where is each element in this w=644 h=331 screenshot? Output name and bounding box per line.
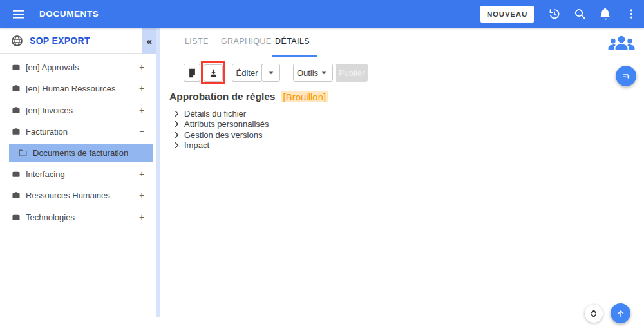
bell-icon [599, 7, 612, 21]
workspace-title[interactable]: SOP EXPORT [30, 35, 90, 46]
publish-button[interactable]: Publier [336, 64, 368, 82]
expand-toggle[interactable]: + [134, 105, 149, 115]
sidebar-item-technologies[interactable]: Technologies + [0, 209, 156, 225]
chevron-right-icon [173, 141, 181, 149]
document-header: Approbation de règles [Brouillon] [169, 91, 328, 102]
sidebar-item-label: Interfacing [26, 169, 134, 179]
caret-down-icon [319, 68, 329, 78]
expand-toggle[interactable]: + [134, 83, 149, 93]
new-document-button[interactable] [184, 64, 200, 82]
more-options-button[interactable] [618, 1, 644, 27]
sidebar: SOP EXPORT « [en] Approvals + [en] Human… [0, 28, 156, 331]
file-icon [187, 68, 198, 79]
sidebar-item-label: Technologies [26, 213, 134, 222]
download-button[interactable] [204, 64, 223, 82]
tools-dropdown-button[interactable]: Outils [293, 64, 333, 82]
sidebar-collapse-button[interactable]: « [142, 28, 157, 54]
section-label: Impact [184, 140, 209, 150]
chevron-right-icon [173, 131, 181, 139]
section-attributs-personnalises[interactable]: Attributs personnalisés [173, 119, 269, 130]
sidebar-item-label: Documents de facturation [33, 148, 153, 158]
briefcase-icon [12, 127, 21, 136]
document-title: Approbation de règles [169, 91, 276, 102]
search-icon [573, 7, 587, 21]
notifications-button[interactable] [592, 1, 618, 27]
section-impact[interactable]: Impact [173, 140, 269, 151]
kebab-menu-icon [625, 8, 638, 20]
collapse-toggle[interactable]: − [134, 126, 149, 137]
sidebar-header: SOP EXPORT « [0, 28, 156, 54]
quick-actions-fab[interactable] [616, 66, 636, 86]
sidebar-item-label: Facturation [26, 127, 134, 137]
sidebar-item-facturation[interactable]: Facturation − [0, 123, 156, 140]
app-title: DOCUMENTS [39, 9, 99, 19]
globe-icon [10, 34, 24, 48]
search-button[interactable] [567, 1, 592, 27]
active-tab-indicator [272, 55, 317, 57]
briefcase-icon [12, 84, 21, 93]
main-content: LISTE GRAPHIQUE DÉTAILS Éditer Outils Pu… [160, 28, 644, 331]
expand-toggle[interactable]: + [134, 212, 149, 222]
edit-dropdown-button[interactable] [261, 64, 280, 82]
tab-liste[interactable]: LISTE [185, 37, 209, 46]
section-details-du-fichier[interactable]: Détails du fichier [173, 108, 269, 119]
list-arrow-icon [620, 70, 632, 82]
section-label: Gestion des versions [184, 130, 262, 140]
history-button[interactable] [541, 1, 567, 27]
expand-toggle[interactable]: + [134, 190, 149, 200]
top-app-bar: DOCUMENTS NOUVEAU [0, 0, 644, 28]
briefcase-icon [12, 62, 21, 71]
briefcase-icon [12, 191, 21, 200]
tools-label: Outils [297, 68, 318, 78]
collapsible-sections: Détails du fichier Attributs personnalis… [173, 108, 269, 151]
sidebar-item-ressources-humaines[interactable]: Ressources Humaines + [0, 187, 156, 203]
sidebar-item-label: Ressources Humaines [26, 191, 134, 200]
expand-collapse-all-button[interactable] [585, 305, 603, 323]
arrow-up-icon [616, 308, 626, 319]
section-gestion-des-versions[interactable]: Gestion des versions [173, 129, 269, 140]
groups-icon[interactable] [607, 32, 636, 55]
caret-down-icon [266, 68, 276, 78]
briefcase-icon [12, 213, 21, 222]
briefcase-icon [12, 106, 21, 115]
new-button[interactable]: NOUVEAU [480, 6, 534, 23]
download-icon [208, 68, 219, 79]
expand-toggle[interactable]: + [134, 169, 149, 179]
tab-bar: LISTE GRAPHIQUE DÉTAILS [160, 28, 644, 57]
scroll-to-top-button[interactable] [611, 303, 630, 323]
annotation-highlight-box [201, 61, 225, 84]
chevron-right-icon [173, 120, 181, 128]
unfold-more-icon [588, 308, 600, 319]
briefcase-icon [12, 169, 21, 178]
folder-icon [18, 148, 28, 158]
expand-toggle[interactable]: + [134, 62, 149, 72]
edit-button[interactable]: Éditer [232, 64, 262, 82]
tab-details[interactable]: DÉTAILS [275, 37, 310, 46]
sidebar-item-en-invoices[interactable]: [en] Invoices + [0, 102, 156, 118]
tab-graphique[interactable]: GRAPHIQUE [221, 37, 272, 46]
sidebar-item-label: [en] Human Ressources [26, 84, 134, 93]
sidebar-item-en-approvals[interactable]: [en] Approvals + [0, 59, 156, 75]
section-label: Détails du fichier [184, 109, 246, 118]
menu-icon[interactable] [11, 6, 26, 22]
history-icon [547, 7, 561, 21]
sidebar-item-label: [en] Invoices [26, 106, 134, 115]
section-label: Attributs personnalisés [184, 119, 269, 129]
sidebar-item-label: [en] Approvals [26, 62, 134, 72]
sidebar-item-interfacing[interactable]: Interfacing + [0, 166, 156, 182]
sidebar-item-documents-de-facturation[interactable]: Documents de facturation [9, 144, 153, 162]
sidebar-item-en-human-ressources[interactable]: [en] Human Ressources + [0, 80, 156, 97]
chevron-right-icon [173, 109, 181, 118]
status-badge: [Brouillon] [281, 91, 328, 102]
